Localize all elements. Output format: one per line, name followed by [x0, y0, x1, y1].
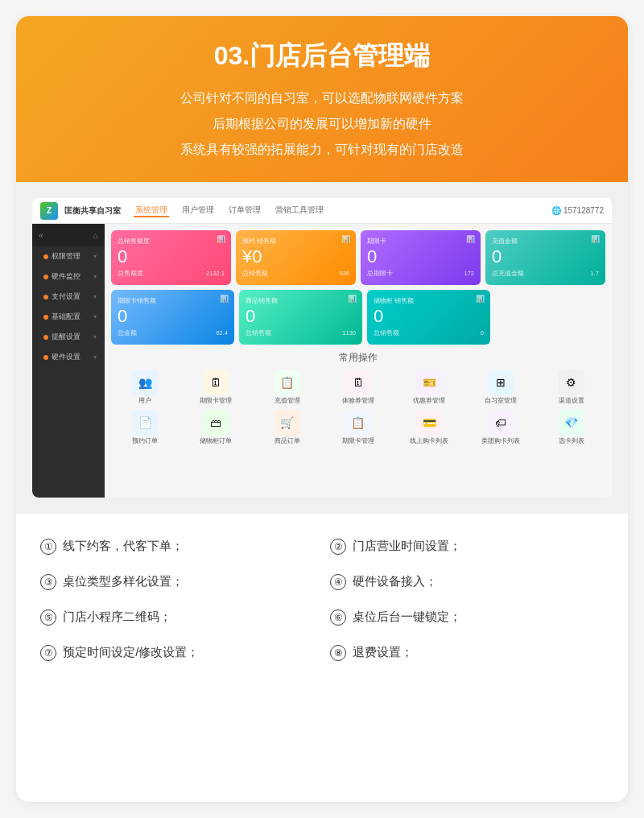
sidebar-item-hardware-settings[interactable]: 硬件设置 ▾	[32, 347, 105, 367]
feature-text-2: 门店营业时间设置；	[353, 539, 461, 552]
sidebar-header: « ⌂	[32, 224, 105, 246]
ops-product-order[interactable]: 🛒 商品订单	[254, 410, 321, 445]
ops-icon-online-card: 💳	[416, 410, 442, 436]
feature-item-5: ⑤ 门店小程序二维码；	[40, 601, 314, 633]
stat-row-1: 📊 总销售额度 0 总售额度 2132.1 📊 预约 销售额 ¥0	[111, 230, 605, 285]
stat-card-period-sales: 📊 期限卡销售额 0 总金额 62.4	[111, 290, 234, 345]
ops-icon-experience: 🗓	[345, 370, 371, 395]
feature-num-8: ⑧	[330, 645, 346, 661]
stat-card-recharge: 📊 充值金额 0 总充值金额 1.7	[485, 230, 605, 285]
feature-text-6: 桌位后台一键锁定；	[353, 609, 461, 623]
feature-item-4: ④ 硬件设备接入；	[330, 565, 604, 597]
feature-item-6: ⑥ 桌位后台一键锁定；	[330, 601, 604, 633]
header-title: 03.门店后台管理端	[48, 39, 596, 74]
sidebar-item-hardware-monitor[interactable]: 硬件监控 ▾	[32, 266, 105, 287]
dash-sidebar: « ⌂ 权限管理 ▾ 硬件监控 ▾ 支付设置	[32, 224, 105, 498]
feature-text-8: 退费设置；	[353, 645, 413, 659]
feature-text-4: 硬件设备接入；	[353, 574, 437, 588]
sidebar-item-basic-config[interactable]: 基础配置 ▾	[32, 307, 105, 327]
ops-channel[interactable]: ⚙ 渠道设置	[538, 370, 605, 405]
stat-card-product-sales: 📊 商品销售额 0 总销售额 1130	[239, 290, 362, 345]
feature-num-5: ⑤	[40, 609, 56, 626]
ops-icon-recharge: 📋	[275, 370, 300, 395]
dash-body: « ⌂ 权限管理 ▾ 硬件监控 ▾ 支付设置	[32, 224, 612, 498]
sidebar-item-reminder[interactable]: 提醒设置 ▾	[32, 327, 105, 347]
dash-logo: Z	[40, 202, 58, 220]
nav-item-3[interactable]: 营销工具管理	[274, 204, 325, 217]
sidebar-item-permissions[interactable]: 权限管理 ▾	[32, 246, 105, 266]
ops-period-card-mgmt[interactable]: 📋 期限卡管理	[324, 410, 392, 445]
dash-brand: 匡衡共享自习室	[64, 205, 121, 217]
stat-card-total-sales: 📊 总销售额度 0 总售额度 2132.1	[111, 230, 231, 285]
ops-icon-coupon: 🎫	[416, 370, 442, 395]
feature-num-2: ②	[330, 539, 346, 555]
ops-recharge[interactable]: 📋 充值管理	[254, 370, 321, 405]
desc-line-3: 系统具有较强的拓展能力，可针对现有的门店改造	[48, 137, 596, 163]
stat-row2-spacer	[495, 290, 605, 345]
ops-icon-select-card: 💎	[559, 410, 584, 436]
ops-group-card[interactable]: 🏷 类团购卡列表	[466, 410, 534, 445]
feature-num-3: ③	[40, 574, 56, 590]
ops-icon-group-card: 🏷	[488, 410, 514, 436]
common-ops-title: 常用操作	[111, 351, 605, 365]
ops-icon-period-card: 🗓	[203, 370, 229, 395]
feature-text-1: 线下约客，代客下单；	[63, 539, 184, 552]
feature-num-7: ⑦	[40, 645, 56, 661]
stat-card-period-card: 📊 期限卡 0 总期限卡 172	[361, 230, 481, 285]
nav-item-2[interactable]: 订单管理	[227, 204, 262, 217]
dash-nav: 系统管理 用户管理 订单管理 营销工具管理	[134, 204, 545, 217]
sidebar-collapse-icon[interactable]: «	[39, 231, 43, 240]
header-desc: 公司针对不同的自习室，可以选配物联网硬件方案 后期根据公司的发展可以增加新的硬件…	[48, 85, 596, 163]
feature-text-7: 预定时间设定/修改设置；	[63, 645, 199, 659]
ops-studyroom[interactable]: ⊞ 自习室管理	[466, 370, 534, 405]
dashboard-wrapper: Z 匡衡共享自习室 系统管理 用户管理 订单管理 营销工具管理 🌐 157128…	[16, 182, 628, 514]
stat-card-booking-sales: 📊 预约 销售额 ¥0 总销售额 938	[236, 230, 356, 285]
feature-num-4: ④	[330, 574, 346, 590]
desc-line-2: 后期根据公司的发展可以增加新的硬件	[48, 111, 596, 137]
feature-item-1: ① 线下约客，代客下单；	[40, 530, 314, 562]
ops-user[interactable]: 👥 用户	[111, 370, 179, 405]
main-card: 03.门店后台管理端 公司针对不同的自习室，可以选配物联网硬件方案 后期根据公司…	[16, 16, 628, 802]
ops-online-card[interactable]: 💳 线上购卡列表	[395, 410, 463, 445]
dash-topbar: Z 匡衡共享自习室 系统管理 用户管理 订单管理 营销工具管理 🌐 157128…	[32, 198, 612, 224]
sidebar-home-icon[interactable]: ⌂	[93, 231, 98, 240]
feature-num-1: ①	[40, 539, 56, 555]
ops-icon-booking-order: 📄	[132, 410, 158, 436]
ops-period-card[interactable]: 🗓 期限卡管理	[182, 370, 250, 405]
nav-item-0[interactable]: 系统管理	[134, 204, 169, 217]
ops-icon-channel: ⚙	[559, 370, 584, 395]
feature-item-8: ⑧ 退费设置；	[330, 636, 604, 668]
ops-icon-studyroom: ⊞	[488, 370, 514, 395]
stat-row-2: 📊 期限卡销售额 0 总金额 62.4 📊 商品销售额 0	[111, 290, 605, 345]
ops-coupon[interactable]: 🎫 优惠券管理	[395, 370, 463, 405]
header-section: 03.门店后台管理端 公司针对不同的自习室，可以选配物联网硬件方案 后期根据公司…	[16, 16, 628, 182]
ops-row-1: 👥 用户 🗓 期限卡管理 📋 充值管理 🗓	[111, 370, 605, 405]
feature-text-5: 门店小程序二维码；	[63, 609, 171, 623]
feature-text-3: 桌位类型多样化设置；	[63, 574, 184, 588]
features-section: ① 线下约客，代客下单； ② 门店营业时间设置； ③ 桌位类型多样化设置； ④ …	[16, 514, 628, 681]
ops-icon-user: 👥	[132, 370, 158, 395]
dashboard: Z 匡衡共享自习室 系统管理 用户管理 订单管理 营销工具管理 🌐 157128…	[32, 198, 612, 498]
dash-main: 📊 总销售额度 0 总售额度 2132.1 📊 预约 销售额 ¥0	[105, 224, 612, 498]
ops-icon-product-order: 🛒	[275, 410, 300, 436]
feature-item-2: ② 门店营业时间设置；	[330, 530, 604, 562]
features-grid: ① 线下约客，代客下单； ② 门店营业时间设置； ③ 桌位类型多样化设置； ④ …	[40, 530, 604, 668]
ops-select-card[interactable]: 💎 选卡列表	[538, 410, 605, 445]
ops-row-2: 📄 预约订单 🗃 储物柜订单 🛒 商品订单 📋	[111, 410, 605, 445]
feature-item-7: ⑦ 预定时间设定/修改设置；	[40, 636, 314, 668]
feature-item-3: ③ 桌位类型多样化设置；	[40, 565, 314, 597]
feature-num-6: ⑥	[330, 609, 346, 626]
ops-booking-order[interactable]: 📄 预约订单	[111, 410, 179, 445]
ops-icon-locker-order: 🗃	[203, 410, 229, 436]
dash-user-phone: 🌐 157128772	[551, 206, 604, 215]
ops-experience[interactable]: 🗓 体验券管理	[324, 370, 392, 405]
sidebar-item-payment[interactable]: 支付设置 ▾	[32, 287, 105, 307]
ops-locker-order[interactable]: 🗃 储物柜订单	[182, 410, 250, 445]
ops-icon-period-card-mgmt: 📋	[345, 410, 371, 436]
nav-item-1[interactable]: 用户管理	[180, 204, 216, 217]
stat-card-locker-sales: 📊 储物柜 销售额 0 总销售额 0	[367, 290, 490, 345]
desc-line-1: 公司针对不同的自习室，可以选配物联网硬件方案	[48, 85, 596, 111]
